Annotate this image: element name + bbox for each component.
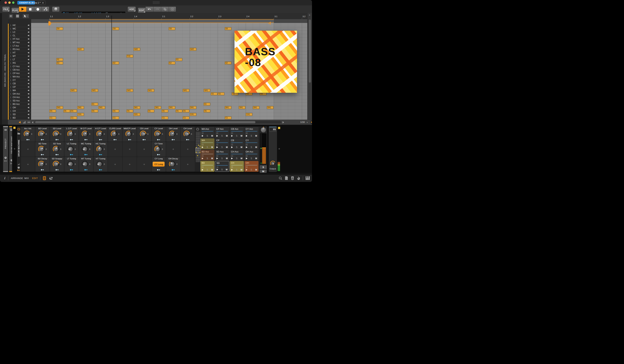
pad-play-icon[interactable] <box>217 169 218 171</box>
modulation-route-icon[interactable] <box>99 169 102 171</box>
empty-macro-slot[interactable]: + <box>166 142 180 157</box>
macro-knob[interactable] <box>38 145 45 153</box>
note[interactable]: E1 <box>91 103 98 106</box>
note[interactable]: D1 <box>63 110 70 113</box>
plusminus-icon[interactable]: ± <box>89 133 90 135</box>
speaker-icon[interactable] <box>28 114 30 115</box>
duplicate-button[interactable] <box>161 6 169 12</box>
note[interactable]: D1 <box>49 110 56 113</box>
key-row-audition[interactable] <box>28 28 30 30</box>
macro-knob[interactable] <box>169 130 176 137</box>
macro-oh-level[interactable]: OH Level± <box>166 127 180 141</box>
snap-toggle-button[interactable] <box>310 120 312 124</box>
pad-mute-button[interactable]: M <box>226 146 228 149</box>
plusminus-icon[interactable]: ± <box>89 148 90 150</box>
automation-write-button[interactable]: W <box>42 6 49 12</box>
view-tab-edit[interactable]: EDIT <box>32 177 38 180</box>
speaker-icon[interactable] <box>28 55 30 57</box>
note[interactable]: D1 <box>70 110 77 113</box>
pad-cb[interactable]: CBSM <box>230 138 244 149</box>
plusminus-icon[interactable]: ± <box>104 163 105 165</box>
touch-hand-icon[interactable] <box>297 176 300 180</box>
speaker-icon[interactable] <box>28 83 30 85</box>
note[interactable]: G#1 <box>204 89 210 92</box>
plusminus-icon[interactable]: ± <box>162 148 163 150</box>
key-row-audition[interactable] <box>28 48 30 50</box>
pad-play-icon[interactable] <box>231 146 233 148</box>
ruler-label[interactable]: 1.2 <box>78 15 81 18</box>
macro-knob[interactable] <box>23 130 30 137</box>
speaker-icon[interactable] <box>28 66 30 67</box>
plusminus-icon[interactable]: ± <box>104 148 105 150</box>
speaker-icon[interactable] <box>28 86 30 88</box>
plusminus-icon[interactable]: ± <box>133 133 134 135</box>
speaker-icon[interactable] <box>28 100 30 102</box>
macro-knob[interactable] <box>52 160 60 168</box>
plusminus-icon[interactable]: ± <box>176 163 178 165</box>
undo-button[interactable] <box>146 6 153 12</box>
minimap-viewport[interactable] <box>195 148 201 153</box>
note[interactable]: G1 <box>211 92 217 95</box>
macro-mod[interactable] <box>41 169 44 171</box>
record-button[interactable] <box>34 6 42 12</box>
macro-lc-tuning[interactable]: LC Tuning± <box>64 142 78 157</box>
modulation-route-icon[interactable] <box>70 154 73 156</box>
speaker-icon[interactable] <box>28 110 30 112</box>
pad-play-icon[interactable] <box>231 135 233 137</box>
device-mute-button[interactable]: M <box>260 170 267 173</box>
key-row-audition[interactable] <box>28 79 30 81</box>
key-row-audition[interactable] <box>28 114 30 115</box>
note[interactable]: C1 <box>183 116 189 119</box>
minimize-window-button[interactable] <box>8 1 11 4</box>
ruler-label[interactable]: 3.1 <box>274 15 277 18</box>
ruler-label[interactable]: 2.3 <box>218 15 221 18</box>
macro-mod[interactable] <box>99 139 102 141</box>
macro-knob[interactable] <box>38 160 45 168</box>
plusminus-icon[interactable]: ± <box>104 133 105 135</box>
note[interactable]: C#1 <box>246 113 252 116</box>
note[interactable]: F#2 <box>127 55 133 58</box>
note[interactable]: E2 <box>169 62 175 65</box>
macro-knob[interactable] <box>139 130 147 137</box>
note[interactable]: C1 <box>112 116 119 119</box>
macro-mod[interactable] <box>157 139 160 141</box>
ruler-label[interactable]: 2.4 <box>246 15 249 18</box>
pad-key-range-bar[interactable] <box>246 154 258 154</box>
empty-macro-slot[interactable]: + <box>21 142 35 157</box>
macro-sd-level[interactable]: SD Level± <box>50 127 64 141</box>
macro-m-c-t-level[interactable]: M C/T Level± <box>79 127 93 141</box>
pad-mute-button[interactable]: M <box>211 135 213 137</box>
key-row-audition[interactable] <box>28 90 30 91</box>
macro-hc-tuning[interactable]: HC Tuning± <box>94 142 107 157</box>
note[interactable]: D1 <box>176 110 182 113</box>
macro-mod[interactable] <box>84 139 88 141</box>
macro-acc-vol-[interactable]: Acc Vol.± <box>21 127 35 141</box>
close-window-button[interactable] <box>4 1 7 4</box>
note[interactable]: G1 <box>218 92 224 95</box>
note[interactable]: D1 <box>91 110 98 113</box>
note[interactable]: G#1 <box>183 89 189 92</box>
macro-bd-decay[interactable]: BD Decay± <box>35 157 49 172</box>
note[interactable]: F2 <box>56 58 63 61</box>
pad-key-range-bar[interactable] <box>231 142 243 143</box>
pad-key-range-bar[interactable] <box>216 165 228 166</box>
pad-cp-acc[interactable]: CP AccSM <box>215 127 229 138</box>
note[interactable]: D1 <box>183 110 189 113</box>
pad-solo-button[interactable]: S <box>221 135 223 137</box>
pad-cy[interactable]: CYSM <box>244 138 259 149</box>
note[interactable]: D#1 <box>253 106 260 109</box>
modulation-route-icon[interactable] <box>172 139 175 141</box>
modulation-route-icon[interactable] <box>41 139 44 141</box>
macro-mt-tuning[interactable]: MT Tuning± <box>79 157 93 172</box>
macro-knob[interactable] <box>154 145 161 153</box>
speaker-icon[interactable] <box>28 28 30 30</box>
pad-play-icon[interactable] <box>246 158 248 159</box>
pad-play-icon[interactable] <box>246 169 248 171</box>
key-row[interactable]: 1BD <box>9 116 31 120</box>
key-row-audition[interactable] <box>28 55 30 57</box>
plusminus-icon[interactable]: ± <box>118 133 119 135</box>
speaker-icon[interactable] <box>28 69 30 71</box>
pad-solo-button[interactable]: S <box>221 157 223 160</box>
cancel-button[interactable] <box>169 6 176 12</box>
pad-minimap[interactable] <box>196 127 200 171</box>
